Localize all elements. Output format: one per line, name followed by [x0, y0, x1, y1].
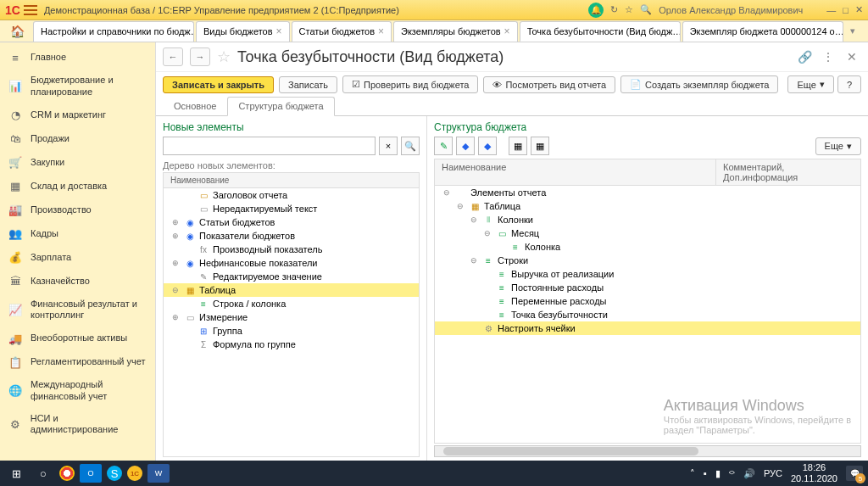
preview-button[interactable]: 👁Посмотреть вид отчета	[483, 76, 615, 93]
skype-icon[interactable]: S	[107, 466, 122, 481]
document-tab[interactable]: Виды бюджетов×	[196, 21, 290, 42]
tree-row[interactable]: ≡Постоянные расходы	[435, 281, 860, 294]
sidebar-item[interactable]: 🛒Закупки	[0, 151, 155, 175]
save-close-button[interactable]: Записать и закрыть	[163, 76, 274, 93]
sidebar-item[interactable]: 📈Финансовый результат и контроллинг	[0, 293, 155, 327]
tree-row[interactable]: ≡Выручка от реализации	[435, 267, 860, 281]
tree-row[interactable]: ⊖Элементы отчета	[435, 186, 860, 199]
sidebar-item[interactable]: 🏭Производство	[0, 198, 155, 222]
tree-row[interactable]: ⊕◉Нефинансовые показатели	[164, 256, 419, 270]
expand-icon[interactable]: ⊖	[482, 229, 492, 237]
sidebar-item[interactable]: ▦Склад и доставка	[0, 175, 155, 198]
forward-button[interactable]: →	[190, 47, 210, 66]
tree-row[interactable]: ⊞Группа	[164, 324, 419, 338]
tool-button-2[interactable]: ▦	[531, 137, 549, 155]
tree-row[interactable]: ⊕◉Статьи бюджетов	[164, 215, 419, 229]
clear-search-button[interactable]: ×	[379, 137, 398, 155]
tab-close-icon[interactable]: ×	[276, 25, 282, 37]
outlook-icon[interactable]: O	[80, 464, 102, 483]
subtab-main[interactable]: Основное	[163, 97, 227, 115]
edit-button[interactable]: ✎	[434, 137, 453, 155]
start-button[interactable]: ⊞	[5, 464, 27, 483]
network-icon[interactable]: ▮	[715, 468, 721, 479]
close-page-icon[interactable]: ✕	[843, 47, 861, 66]
close-icon[interactable]: ✕	[855, 4, 863, 15]
tray-up-icon[interactable]: ˄	[690, 468, 695, 479]
tree-row[interactable]: ✎Редактируемое значение	[164, 270, 419, 283]
back-button[interactable]: ←	[163, 47, 183, 66]
document-tab[interactable]: Точка безубыточности (Вид бюдж…×	[520, 21, 681, 42]
minimize-icon[interactable]: —	[826, 5, 836, 15]
sidebar-item[interactable]: 📊Бюджетирование и планирование	[0, 70, 155, 103]
document-tab[interactable]: Статьи бюджетов×	[292, 21, 392, 42]
search-button[interactable]: 🔍	[401, 137, 420, 155]
expand-icon[interactable]: ⊖	[469, 256, 479, 265]
word-icon[interactable]: W	[147, 464, 170, 483]
search-taskbar-icon[interactable]: ○	[32, 464, 54, 483]
tree-row[interactable]: ⊕▭Измерение	[164, 310, 419, 324]
wifi-icon[interactable]: ⌔	[729, 468, 735, 478]
bell-icon[interactable]: 🔔	[588, 3, 604, 18]
language-indicator[interactable]: РУС	[764, 468, 782, 478]
menu-icon[interactable]	[24, 5, 37, 15]
sidebar-item[interactable]: 📋Регламентированный учет	[0, 350, 155, 374]
expand-icon[interactable]: ⊕	[170, 313, 181, 321]
tree-row[interactable]: ≡Точка безубыточности	[435, 308, 860, 321]
structure-more-button[interactable]: Еще ▾	[815, 137, 861, 155]
tabs-dropdown-icon[interactable]: ▾	[845, 25, 860, 36]
tab-close-icon[interactable]: ×	[378, 25, 384, 37]
expand-icon[interactable]: ⊕	[170, 259, 181, 267]
user-name[interactable]: Орлов Александр Владимирович	[659, 5, 803, 15]
tab-close-icon[interactable]: ×	[504, 25, 510, 37]
tree-row[interactable]: ▭Заголовок отчета	[164, 188, 419, 202]
link-icon[interactable]: 🔗	[795, 47, 814, 66]
sidebar-item[interactable]: 💰Зарплата	[0, 246, 155, 270]
expand-icon[interactable]: ⊖	[469, 215, 479, 224]
tree-row[interactable]: ≡Колонка	[435, 240, 860, 254]
tree-row[interactable]: ≡Строка / колонка	[164, 297, 419, 310]
document-tab[interactable]: Экземпляр бюджета 000000124 о…×	[682, 21, 843, 42]
expand-icon[interactable]: ⊕	[170, 232, 181, 240]
tree-row[interactable]: ⊖▦Таблица	[164, 283, 419, 297]
move-right-button[interactable]: ◆	[478, 137, 497, 155]
tree-row[interactable]: ⊖⦀Колонки	[435, 213, 860, 226]
sidebar-item[interactable]: ≡Главное	[0, 46, 155, 70]
sidebar-item[interactable]: 👥Кадры	[0, 222, 155, 246]
search-icon[interactable]: 🔍	[640, 4, 652, 15]
volume-icon[interactable]: 🔊	[743, 468, 755, 479]
document-tab[interactable]: Экземпляры бюджетов×	[393, 21, 518, 42]
favorite-icon[interactable]: ☆	[217, 47, 231, 66]
sidebar-item[interactable]: 🏛Казначейство	[0, 270, 155, 293]
horizontal-scrollbar[interactable]	[434, 445, 861, 457]
sidebar-item[interactable]: 🚚Внеоборотные активы	[0, 327, 155, 350]
move-left-button[interactable]: ◆	[456, 137, 475, 155]
tree-row[interactable]: ⊖▦Таблица	[435, 199, 860, 213]
tree-row[interactable]: ⊕◉Показатели бюджетов	[164, 229, 419, 243]
clock[interactable]: 18:26 20.11.2020	[791, 462, 837, 484]
tree-row[interactable]: ⊖▭Месяц	[435, 226, 860, 240]
home-tab[interactable]: 🏠	[3, 25, 31, 38]
notification-icon[interactable]: 💬5	[846, 466, 863, 481]
sidebar-item[interactable]: ⚙НСИ и администрирование	[0, 408, 155, 442]
expand-icon[interactable]: ⊖	[455, 202, 465, 210]
sidebar-item[interactable]: 🛍Продажи	[0, 127, 155, 151]
expand-icon[interactable]: ⊕	[170, 218, 181, 226]
maximize-icon[interactable]: □	[843, 5, 849, 15]
expand-icon[interactable]: ⊖	[170, 286, 181, 294]
save-button[interactable]: Записать	[279, 76, 337, 93]
create-instance-button[interactable]: 📄Создать экземпляр бюджета	[620, 75, 778, 93]
more-button[interactable]: Еще ▾	[787, 75, 833, 93]
tree-row[interactable]: ⚙Настроить ячейки	[435, 321, 860, 335]
sidebar-item[interactable]: 🌐Международный финансовый учет	[0, 374, 155, 408]
tree-row[interactable]: ▭Нередактируемый текст	[164, 202, 419, 215]
star-icon[interactable]: ☆	[625, 4, 633, 15]
document-tab[interactable]: Настройки и справочники по бюдж…×	[33, 21, 194, 42]
battery-icon[interactable]: ▪	[704, 468, 707, 478]
chrome-icon[interactable]	[59, 466, 75, 481]
kebab-icon[interactable]: ⋮	[819, 47, 837, 66]
tree-row[interactable]: ΣФормула по группе	[164, 338, 419, 351]
tree-row[interactable]: fxПроизводный показатель	[164, 243, 419, 256]
search-input[interactable]	[163, 137, 376, 155]
tool-button-1[interactable]: ▦	[509, 137, 527, 155]
tree-row[interactable]: ⊖≡Строки	[435, 254, 860, 267]
